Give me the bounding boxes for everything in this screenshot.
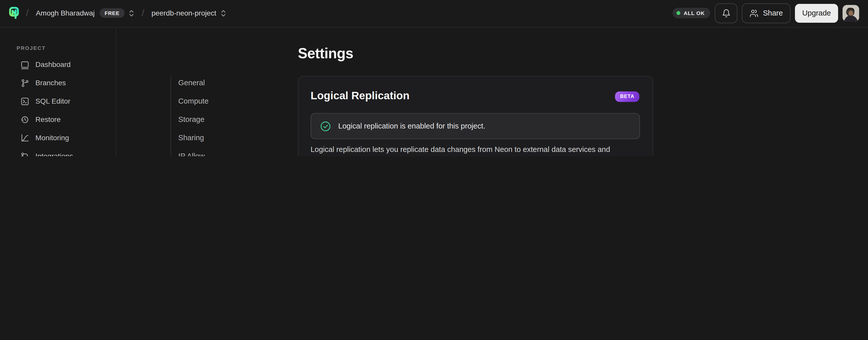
card-title: Logical Replication — [310, 89, 409, 102]
sidebar-item-integrations[interactable]: Integrations — [17, 147, 100, 156]
success-alert: Logical replication is enabled for this … — [310, 113, 640, 139]
status-badge[interactable]: ALL OK — [673, 8, 710, 18]
neon-logo-icon[interactable] — [9, 6, 19, 20]
monitoring-icon — [21, 133, 30, 142]
upgrade-label: Upgrade — [802, 9, 831, 17]
sidebar-item-label: Branches — [35, 79, 66, 87]
sidebar-item-restore[interactable]: Restore — [17, 110, 100, 129]
settings-nav: General Compute Storage Sharing IP Allow… — [178, 74, 261, 156]
project-selector-chevron-icon[interactable] — [220, 9, 226, 18]
users-icon — [749, 9, 758, 18]
restore-icon — [21, 115, 30, 124]
settings-nav-general[interactable]: General — [178, 74, 261, 92]
upgrade-button[interactable]: Upgrade — [795, 4, 838, 22]
share-button[interactable]: Share — [742, 3, 791, 23]
top-bar-actions: ALL OK Share Upgrade — [673, 3, 859, 23]
branches-icon — [21, 78, 30, 87]
settings-nav-rule — [170, 75, 171, 156]
beta-badge: BETA — [615, 91, 639, 102]
page-title: Settings — [298, 45, 353, 62]
sidebar-item-dashboard[interactable]: Dashboard — [17, 55, 100, 74]
sidebar-item-label: Dashboard — [35, 60, 70, 69]
avatar[interactable] — [843, 5, 859, 21]
description-paragraph: Logical replication lets you replicate d… — [310, 144, 645, 156]
neon-console-window: / Amogh Bharadwaj FREE / peerdb-neon-pro… — [0, 0, 868, 156]
breadcrumb: / Amogh Bharadwaj FREE / peerdb-neon-pro… — [9, 6, 226, 20]
settings-nav-compute[interactable]: Compute — [178, 92, 261, 110]
breadcrumb-separator: / — [26, 7, 29, 19]
sidebar-item-label: Restore — [35, 115, 61, 124]
sidebar-item-sql-editor[interactable]: SQL Editor — [17, 92, 100, 110]
project-name[interactable]: peerdb-neon-project — [152, 9, 216, 17]
alert-text: Logical replication is enabled for this … — [338, 122, 485, 130]
logical-replication-card: Logical Replication BETA Logical replica… — [298, 76, 653, 156]
sidebar-item-label: Integrations — [35, 152, 73, 156]
share-label: Share — [763, 9, 783, 17]
success-check-icon — [320, 121, 331, 132]
integrations-icon — [21, 151, 30, 156]
status-label: ALL OK — [684, 10, 705, 16]
org-name[interactable]: Amogh Bharadwaj — [36, 9, 95, 17]
description-line: Logical replication lets you replicate d… — [310, 145, 610, 153]
org-selector-chevron-icon[interactable] — [128, 9, 134, 18]
bell-icon — [721, 9, 731, 18]
sidebar-item-label: Monitoring — [35, 134, 69, 142]
settings-nav-sharing[interactable]: Sharing — [178, 129, 261, 147]
status-dot — [677, 11, 680, 15]
sidebar-item-monitoring[interactable]: Monitoring — [17, 129, 100, 147]
settings-nav-storage[interactable]: Storage — [178, 110, 261, 129]
breadcrumb-separator: / — [142, 7, 144, 19]
notifications-button[interactable] — [715, 3, 737, 23]
sidebar: PROJECT Dashboard Branches SQL Editor Re… — [0, 28, 116, 156]
avatar-image — [843, 5, 859, 21]
top-bar: / Amogh Bharadwaj FREE / peerdb-neon-pro… — [0, 0, 868, 28]
sidebar-item-label: SQL Editor — [35, 97, 70, 105]
sidebar-item-branches[interactable]: Branches — [17, 74, 100, 92]
sql-editor-icon — [21, 97, 30, 106]
dashboard-icon — [21, 60, 30, 69]
settings-nav-ip-allow[interactable]: IP Allow — [178, 147, 261, 156]
sidebar-section-project: PROJECT — [17, 45, 116, 51]
plan-badge: FREE — [100, 8, 125, 18]
